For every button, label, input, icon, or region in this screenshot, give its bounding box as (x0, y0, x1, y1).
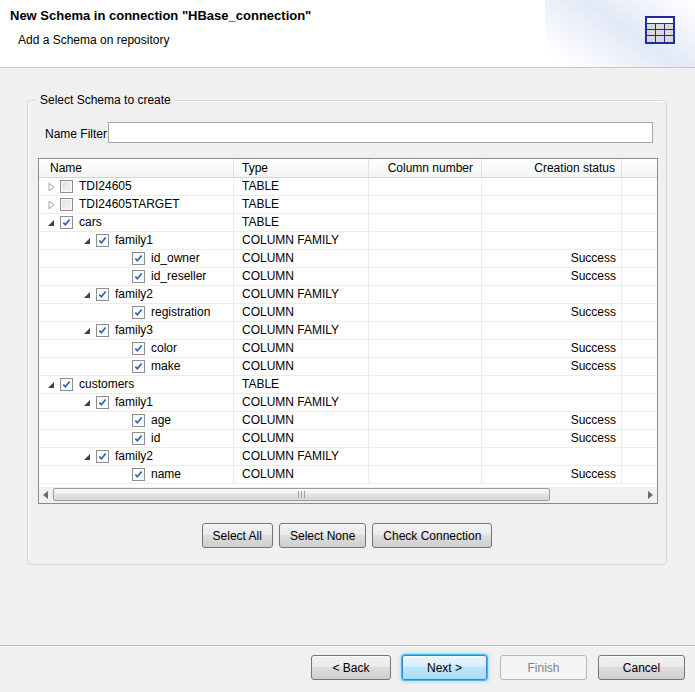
expand-toggle-icon[interactable] (82, 290, 94, 300)
table-row[interactable]: id_owner COLUMN Success (39, 250, 657, 268)
row-status-cell: Success (482, 304, 622, 321)
row-checkbox[interactable] (132, 432, 145, 445)
row-filler-cell (622, 196, 657, 213)
row-label: family3 (115, 322, 153, 339)
row-label: family2 (115, 286, 153, 303)
scroll-right-arrow-icon[interactable] (648, 491, 653, 499)
select-all-button[interactable]: Select All (202, 523, 273, 548)
row-label: name (151, 466, 181, 483)
table-row[interactable]: family2 COLUMN FAMILY (39, 448, 657, 466)
table-row[interactable]: registration COLUMN Success (39, 304, 657, 322)
row-name-cell: family2 (39, 286, 234, 303)
row-checkbox[interactable] (96, 450, 109, 463)
expand-toggle-icon[interactable] (82, 452, 94, 462)
row-checkbox[interactable] (132, 468, 145, 481)
table-row[interactable]: customers TABLE (39, 376, 657, 394)
column-header-type[interactable]: Type (234, 159, 369, 178)
table-row[interactable]: color COLUMN Success (39, 340, 657, 358)
row-checkbox[interactable] (132, 306, 145, 319)
row-column-number-cell (369, 448, 482, 465)
row-checkbox[interactable] (132, 414, 145, 427)
row-type-cell: TABLE (234, 178, 369, 195)
table-row[interactable]: id COLUMN Success (39, 430, 657, 448)
name-filter-input[interactable] (108, 122, 653, 143)
column-header-creation-status[interactable]: Creation status (482, 159, 622, 178)
scroll-left-arrow-icon[interactable] (43, 491, 48, 499)
row-checkbox[interactable] (96, 288, 109, 301)
row-checkbox[interactable] (60, 378, 73, 391)
next-button[interactable]: Next > (402, 655, 487, 680)
column-header-name[interactable]: Name (39, 159, 234, 178)
expand-toggle-icon[interactable] (118, 308, 130, 318)
row-type-cell: TABLE (234, 196, 369, 213)
row-status-cell (482, 214, 622, 231)
expand-toggle-icon[interactable] (118, 470, 130, 480)
table-row[interactable]: TDI24605TARGET TABLE (39, 196, 657, 214)
expand-toggle-icon[interactable] (118, 434, 130, 444)
page-subtitle: Add a Schema on repository (18, 33, 169, 47)
expand-toggle-icon[interactable] (118, 272, 130, 282)
expand-toggle-icon[interactable] (82, 326, 94, 336)
table-row[interactable]: TDI24605 TABLE (39, 178, 657, 196)
row-column-number-cell (369, 358, 482, 375)
expand-toggle-icon[interactable] (82, 398, 94, 408)
row-status-cell: Success (482, 358, 622, 375)
table-row[interactable]: name COLUMN Success (39, 466, 657, 484)
table-icon (645, 16, 675, 44)
table-row[interactable]: family1 COLUMN FAMILY (39, 232, 657, 250)
horizontal-scrollbar[interactable] (39, 487, 657, 503)
row-column-number-cell (369, 268, 482, 285)
row-checkbox[interactable] (60, 216, 73, 229)
row-checkbox[interactable] (60, 198, 73, 211)
row-filler-cell (622, 466, 657, 483)
row-filler-cell (622, 340, 657, 357)
expand-toggle-icon[interactable] (118, 254, 130, 264)
row-name-cell: age (39, 412, 234, 429)
row-checkbox[interactable] (132, 360, 145, 373)
row-label: customers (79, 376, 134, 393)
scrollbar-thumb[interactable] (53, 488, 550, 501)
row-checkbox[interactable] (132, 252, 145, 265)
expand-toggle-icon[interactable] (82, 236, 94, 246)
row-name-cell: make (39, 358, 234, 375)
table-row[interactable]: family3 COLUMN FAMILY (39, 322, 657, 340)
expand-toggle-icon[interactable] (118, 362, 130, 372)
row-column-number-cell (369, 394, 482, 411)
name-filter-label: Name Filter: (45, 127, 110, 141)
row-checkbox[interactable] (60, 180, 73, 193)
row-label: id_reseller (151, 268, 206, 285)
row-column-number-cell (369, 178, 482, 195)
expand-toggle-icon[interactable] (46, 182, 58, 192)
row-checkbox[interactable] (132, 342, 145, 355)
table-row[interactable]: cars TABLE (39, 214, 657, 232)
expand-toggle-icon[interactable] (46, 218, 58, 228)
table-row[interactable]: make COLUMN Success (39, 358, 657, 376)
expand-toggle-icon[interactable] (118, 416, 130, 426)
row-label: registration (151, 304, 210, 321)
row-checkbox[interactable] (132, 270, 145, 283)
new-schema-wizard-dialog: New Schema in connection "HBase_connecti… (0, 0, 695, 692)
row-checkbox[interactable] (96, 324, 109, 337)
table-row[interactable]: family2 COLUMN FAMILY (39, 286, 657, 304)
expand-toggle-icon[interactable] (46, 380, 58, 390)
table-row[interactable]: family1 COLUMN FAMILY (39, 394, 657, 412)
table-row[interactable]: age COLUMN Success (39, 412, 657, 430)
cancel-button[interactable]: Cancel (598, 655, 685, 680)
row-column-number-cell (369, 322, 482, 339)
row-checkbox[interactable] (96, 396, 109, 409)
column-header-column-number[interactable]: Column number (369, 159, 482, 178)
expand-toggle-icon[interactable] (46, 200, 58, 210)
footer-button-bar: < Back Next > Finish Cancel (0, 655, 695, 680)
row-checkbox[interactable] (96, 234, 109, 247)
select-none-button[interactable]: Select None (279, 523, 366, 548)
row-filler-cell (622, 448, 657, 465)
expand-toggle-icon[interactable] (118, 344, 130, 354)
row-filler-cell (622, 304, 657, 321)
back-button[interactable]: < Back (311, 655, 391, 680)
table-row[interactable]: id_reseller COLUMN Success (39, 268, 657, 286)
row-type-cell: COLUMN (234, 430, 369, 447)
row-label: family1 (115, 394, 153, 411)
row-type-cell: COLUMN FAMILY (234, 322, 369, 339)
row-type-cell: COLUMN (234, 304, 369, 321)
check-connection-button[interactable]: Check Connection (372, 523, 492, 548)
